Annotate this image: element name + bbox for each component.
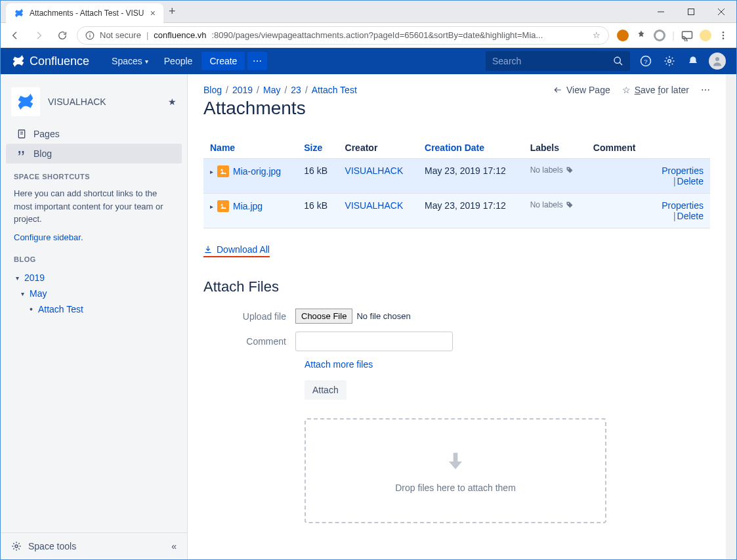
attach-button[interactable]: Attach — [305, 380, 347, 400]
extension-icon[interactable] — [635, 30, 647, 41]
choose-file-button[interactable]: Choose File — [295, 309, 352, 324]
no-file-label: No file chosen — [356, 311, 410, 321]
breadcrumb-link[interactable]: Attach Test — [312, 85, 357, 95]
svg-rect-1 — [688, 9, 694, 14]
col-creator[interactable]: Creator — [339, 137, 418, 159]
chevron-down-icon: ▾ — [145, 58, 148, 65]
creator-link[interactable]: VISUALHACK — [345, 200, 404, 211]
settings-icon[interactable] — [662, 53, 677, 69]
svg-point-6 — [89, 33, 90, 33]
gear-icon[interactable] — [11, 541, 22, 551]
notifications-icon[interactable] — [685, 53, 701, 69]
quote-icon — [16, 148, 27, 159]
bookmark-star-icon[interactable]: ☆ — [593, 30, 600, 40]
expand-row-icon[interactable]: ▸ — [210, 168, 213, 175]
shortcuts-description: Here you can add shortcut links to the m… — [1, 184, 187, 228]
star-icon[interactable]: ★ — [168, 97, 177, 107]
col-name[interactable]: Name — [203, 137, 297, 159]
breadcrumb-link[interactable]: Blog — [203, 85, 222, 95]
sidebar: VISUALHACK ★ Pages Blog SPACE SHORTCUTS … — [1, 74, 188, 559]
window-minimize-button[interactable] — [646, 1, 676, 23]
scrollbar[interactable] — [726, 74, 736, 559]
nav-people[interactable]: People — [158, 52, 200, 70]
svg-point-9 — [723, 34, 725, 36]
cast-icon[interactable] — [681, 30, 693, 41]
space-header[interactable]: VISUALHACK ★ — [1, 74, 187, 124]
arrow-left-icon — [553, 85, 562, 95]
delete-link[interactable]: Delete — [677, 176, 704, 186]
properties-link[interactable]: Properties — [662, 200, 704, 211]
forward-button[interactable] — [30, 26, 48, 45]
attach-more-files-link[interactable]: Attach more files — [305, 359, 710, 370]
url-path: :8090/pages/viewpageattachments.action?p… — [212, 30, 543, 40]
tree-month[interactable]: ▾May — [6, 286, 182, 301]
col-size[interactable]: Size — [297, 137, 338, 159]
chevron-down-icon[interactable]: ▾ — [12, 274, 22, 282]
breadcrumb-link[interactable]: 23 — [291, 85, 301, 95]
confluence-topbar: Confluence Spaces ▾ People Create ⋯ ? — [1, 48, 736, 74]
help-icon[interactable]: ? — [638, 53, 654, 69]
browser-tab[interactable]: Attachments - Attach Test - VISU × — [6, 3, 163, 23]
image-file-icon — [217, 200, 229, 212]
create-button[interactable]: Create — [201, 52, 245, 70]
creator-link[interactable]: VISUALHACK — [345, 165, 404, 176]
save-for-later-button[interactable]: ☆ Save for later — [622, 85, 689, 95]
file-link[interactable]: Mia.jpg — [233, 201, 263, 211]
col-comment[interactable]: Comment — [587, 137, 648, 159]
expand-row-icon[interactable]: ▸ — [210, 203, 213, 210]
more-actions-icon[interactable]: ⋯ — [701, 85, 710, 95]
main-content: Blog/ 2019/ May/ 23/ Attach Test Attachm… — [188, 74, 726, 559]
svg-text:?: ? — [644, 58, 648, 65]
tab-close-icon[interactable]: × — [150, 8, 156, 18]
tree-page[interactable]: •Attach Test — [6, 301, 182, 317]
window-close-button[interactable] — [706, 1, 736, 23]
view-page-button[interactable]: View Page — [553, 85, 610, 95]
svg-point-21 — [221, 169, 223, 171]
window-maximize-button[interactable] — [676, 1, 706, 23]
nav-spaces[interactable]: Spaces ▾ — [105, 52, 155, 70]
tag-icon[interactable] — [566, 201, 574, 209]
back-button[interactable] — [6, 26, 24, 45]
breadcrumbs: Blog/ 2019/ May/ 23/ Attach Test — [203, 85, 357, 95]
tag-icon[interactable] — [566, 166, 574, 174]
file-link[interactable]: Mia-orig.jpg — [233, 166, 281, 177]
delete-link[interactable]: Delete — [677, 211, 704, 221]
user-avatar[interactable] — [709, 53, 726, 70]
arrow-down-icon — [442, 448, 469, 475]
search-input[interactable] — [492, 56, 613, 66]
extension-icon[interactable] — [617, 30, 629, 41]
sidebar-item-pages[interactable]: Pages — [6, 124, 182, 144]
space-tools-link[interactable]: Space tools — [28, 541, 76, 551]
download-all-link[interactable]: Download All — [203, 244, 270, 257]
dropzone-hint: Drop files here to attach them — [395, 483, 516, 493]
logo-text: Confluence — [30, 54, 89, 68]
url-input[interactable]: Not secure | confluence.vh:8090/pages/vi… — [77, 26, 609, 45]
new-tab-button[interactable]: + — [169, 5, 176, 18]
table-row: ▸Mia-orig.jpg16 kBVISUALHACKMay 23, 2019… — [203, 159, 710, 194]
profile-avatar-icon[interactable] — [700, 30, 711, 41]
search-box[interactable] — [486, 51, 630, 71]
svg-point-24 — [568, 203, 569, 204]
col-labels[interactable]: Labels — [524, 137, 587, 159]
col-date[interactable]: Creation Date — [418, 137, 524, 159]
configure-sidebar-link[interactable]: Configure sidebar. — [14, 232, 83, 242]
sidebar-item-blog[interactable]: Blog — [6, 144, 182, 163]
confluence-logo[interactable]: Confluence — [11, 54, 89, 68]
breadcrumb-link[interactable]: May — [263, 85, 280, 95]
breadcrumb-link[interactable]: 2019 — [232, 85, 253, 95]
svg-point-16 — [715, 57, 719, 61]
dropzone[interactable]: Drop files here to attach them — [305, 418, 606, 523]
tree-year[interactable]: ▾2019 — [6, 270, 182, 286]
comment-input[interactable] — [295, 332, 453, 351]
create-more-button[interactable]: ⋯ — [247, 52, 267, 70]
page-icon — [16, 129, 27, 139]
file-size: 16 kB — [297, 194, 338, 228]
reload-button[interactable] — [53, 26, 72, 45]
collapse-sidebar-icon[interactable]: « — [171, 541, 177, 551]
space-name: VISUALHACK — [48, 97, 106, 107]
extension-icon[interactable] — [654, 30, 665, 41]
chevron-down-icon[interactable]: ▾ — [18, 290, 27, 297]
browser-menu-icon[interactable] — [718, 30, 728, 41]
properties-link[interactable]: Properties — [662, 165, 704, 176]
confluence-favicon-icon — [14, 8, 24, 18]
